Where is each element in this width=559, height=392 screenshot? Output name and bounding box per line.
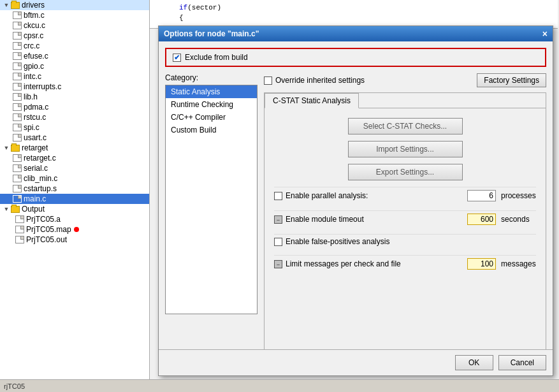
exclude-from-build-checkbox[interactable]: ✔ xyxy=(173,54,181,62)
tree-item[interactable]: PrjTC05.out xyxy=(0,235,149,245)
file-icon xyxy=(13,103,22,111)
tab-header: C-STAT Static Analysis xyxy=(265,93,546,108)
export-settings-button[interactable]: Export Settings... xyxy=(348,164,463,180)
file-icon xyxy=(13,42,22,50)
tree-item[interactable]: bftm.c xyxy=(0,10,149,20)
tree-item[interactable]: retarget.c xyxy=(0,153,149,163)
file-icon xyxy=(13,22,22,29)
tree-item[interactable]: ▼ drivers xyxy=(0,0,149,10)
tree-item[interactable]: lib.h xyxy=(0,92,149,102)
line-number xyxy=(155,3,174,13)
tree-item[interactable]: usart.c xyxy=(0,133,149,143)
tab-cstat-static-analysis[interactable]: C-STAT Static Analysis xyxy=(265,93,359,108)
enable-false-positives-text: Enable false-positives analysis xyxy=(286,237,389,246)
override-inherited-checkbox[interactable] xyxy=(264,76,272,85)
file-icon xyxy=(13,154,22,162)
dialog-title: Options for node "main.c" xyxy=(164,29,259,38)
code-content: if(sector) xyxy=(179,3,221,13)
tree-item[interactable]: rstcu.c xyxy=(0,112,149,122)
tree-item[interactable]: interrupts.c xyxy=(0,82,149,92)
tree-item-label: gpio.c xyxy=(24,62,44,71)
file-icon xyxy=(13,83,22,91)
category-item-runtime-checking[interactable]: Runtime Checking xyxy=(166,98,257,111)
limit-messages-label: – Limit messages per check and file xyxy=(274,259,462,268)
tree-item-label: PrjTC05.a xyxy=(26,215,61,224)
tree-item[interactable]: ▼ retarget xyxy=(0,143,149,153)
limit-messages-text: Limit messages per check and file xyxy=(286,259,401,268)
tree-item-label: intc.c xyxy=(24,72,41,81)
cancel-button[interactable]: Cancel xyxy=(498,355,546,370)
tree-item[interactable]: intc.c xyxy=(0,71,149,82)
enable-module-timeout-checkbox[interactable]: – xyxy=(274,215,282,224)
folder-icon xyxy=(11,206,20,213)
limit-messages-value[interactable] xyxy=(467,258,496,270)
file-icon xyxy=(13,195,22,203)
tree-item[interactable]: PrjTC05.a xyxy=(0,214,149,224)
tree-item-label: efuse.c xyxy=(24,52,48,61)
enable-false-positives-checkbox[interactable] xyxy=(274,238,282,246)
tree-item-label: cpsr.c xyxy=(24,31,43,40)
tree-item-label: rstcu.c xyxy=(24,113,46,122)
category-item-static-analysis[interactable]: Static Analysis xyxy=(166,85,257,98)
file-icon xyxy=(13,52,22,60)
category-item-custom-build[interactable]: Custom Build xyxy=(166,124,257,136)
tree-item-main-c[interactable]: main.c xyxy=(0,194,149,204)
ok-button[interactable]: OK xyxy=(455,355,493,370)
exclude-from-build-section: ✔ Exclude from build xyxy=(165,48,546,67)
top-options-row: Override inherited settings Factory Sett… xyxy=(264,73,546,87)
tree-item-label: pdma.c xyxy=(24,103,48,112)
tree-item[interactable]: serial.c xyxy=(0,163,149,173)
module-timeout-unit: seconds xyxy=(501,215,536,224)
tree-item[interactable]: crc.c xyxy=(0,41,149,51)
tree-item[interactable]: gpio.c xyxy=(0,61,149,71)
tree-item-label: clib_min.c xyxy=(24,174,57,183)
file-tree-panel: ▼ drivers bftm.c ckcu.c cpsr.c crc.c efu… xyxy=(0,0,150,392)
tree-item[interactable]: spi.c xyxy=(0,122,149,133)
enable-parallel-analysis-label: Enable parallel analysis: xyxy=(274,191,462,200)
override-inherited-row: Override inherited settings xyxy=(264,76,365,85)
right-panel: Override inherited settings Factory Sett… xyxy=(264,73,546,369)
import-settings-button[interactable]: Import Settings... xyxy=(348,141,463,157)
factory-settings-button[interactable]: Factory Settings xyxy=(477,73,546,87)
limit-messages-checkbox[interactable]: – xyxy=(274,260,282,268)
file-icon xyxy=(13,164,22,172)
close-button[interactable]: × xyxy=(542,29,548,38)
parallel-analysis-value[interactable] xyxy=(467,190,496,201)
enable-parallel-analysis-row: Enable parallel analysis: processes xyxy=(274,187,536,204)
tree-item-label: retarget.c xyxy=(24,154,56,163)
limit-messages-unit: messages xyxy=(501,259,536,268)
tree-item[interactable]: clib_min.c xyxy=(0,173,149,184)
tree-item[interactable]: PrjTC05.map xyxy=(0,224,149,235)
folder-icon xyxy=(11,145,20,152)
dialog-body: ✔ Exclude from build Category: Static An… xyxy=(159,41,553,375)
tree-item-label: retarget xyxy=(22,143,48,152)
file-icon xyxy=(13,134,22,142)
tree-item[interactable]: ckcu.c xyxy=(0,20,149,31)
exclude-from-build-label: Exclude from build xyxy=(185,53,248,62)
parallel-analysis-unit: processes xyxy=(501,191,536,200)
tree-item-label: spi.c xyxy=(24,123,40,132)
tree-item[interactable]: pdma.c xyxy=(0,102,149,112)
expand-icon: ▼ xyxy=(3,144,10,152)
tree-item-label: PrjTC05.out xyxy=(26,235,67,244)
file-icon xyxy=(13,175,22,182)
enable-parallel-analysis-checkbox[interactable] xyxy=(274,192,282,200)
select-cstat-checks-button[interactable]: Select C-STAT Checks... xyxy=(348,118,463,134)
enable-module-timeout-text: Enable module timeout xyxy=(286,215,364,224)
red-dot-indicator xyxy=(74,227,79,232)
dialog-titlebar: Options for node "main.c" × xyxy=(159,26,553,41)
tree-item[interactable]: ▼ Output xyxy=(0,204,149,214)
file-icon xyxy=(13,73,22,80)
module-timeout-value[interactable] xyxy=(467,214,496,225)
category-item-cpp-compiler[interactable]: C/C++ Compiler xyxy=(166,111,257,124)
enable-module-timeout-row: – Enable module timeout seconds xyxy=(274,210,536,228)
tree-item[interactable]: cstartup.s xyxy=(0,184,149,194)
tree-item-label: interrupts.c xyxy=(24,82,61,91)
file-icon xyxy=(13,32,22,40)
file-icon xyxy=(13,185,22,192)
tree-item[interactable]: cpsr.c xyxy=(0,31,149,41)
tree-item-label: serial.c xyxy=(24,164,48,173)
tree-item-label: Output xyxy=(22,205,45,214)
tab-content: Select C-STAT Checks... Import Settings.… xyxy=(265,108,546,368)
tree-item[interactable]: efuse.c xyxy=(0,51,149,61)
